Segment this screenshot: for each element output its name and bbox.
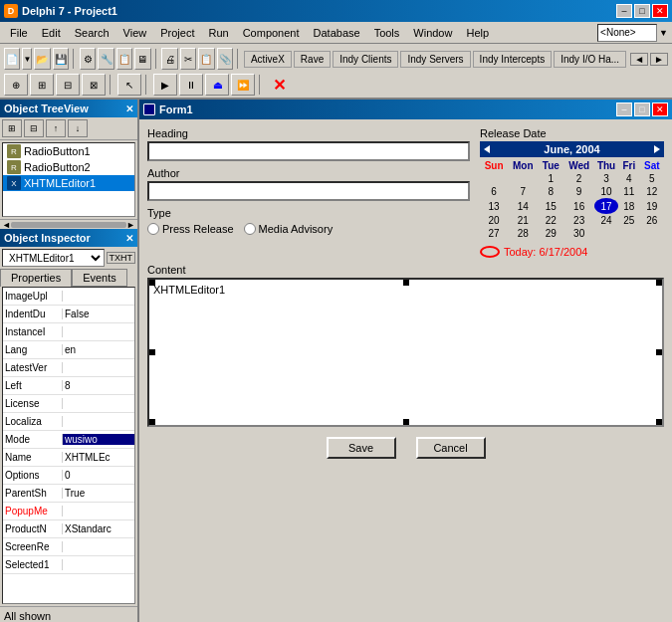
cal-day-1-0[interactable]: 6 <box>480 185 508 198</box>
component-selector[interactable]: <None> <box>597 24 657 42</box>
toolbar-copy[interactable]: ⊕ <box>4 74 28 96</box>
maximize-button[interactable]: □ <box>634 4 650 18</box>
toolbar-select[interactable]: ↖ <box>117 74 141 96</box>
menu-run[interactable]: Run <box>202 25 234 41</box>
prop-latestver[interactable]: LatestVer <box>3 359 134 377</box>
cal-day-1-2[interactable]: 8 <box>538 185 563 198</box>
cal-day-4-1[interactable]: 28 <box>508 227 538 240</box>
tab-rave[interactable]: Rave <box>294 51 331 68</box>
tab-indy-io[interactable]: Indy I/O Ha... <box>554 51 626 68</box>
menu-window[interactable]: Window <box>407 25 458 41</box>
prop-localiza[interactable]: Localiza <box>3 413 134 431</box>
toolbar-open[interactable]: 📂 <box>34 48 50 70</box>
toolbar-btn2[interactable]: 🔧 <box>98 48 113 70</box>
cal-day-2-3[interactable]: 16 <box>563 198 594 214</box>
menu-file[interactable]: File <box>4 25 34 41</box>
cal-next-btn[interactable] <box>654 145 660 153</box>
toolbar-dropdown[interactable]: ▼ <box>22 48 32 70</box>
menu-tools[interactable]: Tools <box>368 25 406 41</box>
cal-day-2-5[interactable]: 18 <box>618 198 639 214</box>
cal-day-0-5[interactable]: 4 <box>618 172 639 185</box>
cal-day-3-0[interactable]: 20 <box>480 214 508 227</box>
cal-day-2-6[interactable]: 19 <box>640 198 664 214</box>
toolbar-close-x[interactable]: ✕ <box>267 74 291 96</box>
form-minimize-btn[interactable]: – <box>616 103 632 116</box>
cancel-button[interactable]: Cancel <box>416 437 486 459</box>
save-button[interactable]: Save <box>327 437 396 459</box>
prop-options[interactable]: Options 0 <box>3 467 134 485</box>
menu-edit[interactable]: Edit <box>36 25 67 41</box>
prop-left[interactable]: Left 8 <box>3 377 134 395</box>
toolbar-undo[interactable]: ⊟ <box>56 74 80 96</box>
cal-day-2-0[interactable]: 13 <box>480 198 508 214</box>
prop-instancei[interactable]: InstanceI <box>3 323 134 341</box>
prop-license[interactable]: License <box>3 395 134 413</box>
close-button[interactable]: ✕ <box>652 4 668 18</box>
tree-item-radiobutton2[interactable]: R RadioButton2 <box>3 159 134 175</box>
cal-day-4-3[interactable]: 30 <box>563 227 594 240</box>
scroll-left-btn[interactable]: ◄ <box>2 220 11 230</box>
toolbar-btn5[interactable]: 🖨 <box>161 48 177 70</box>
prop-name[interactable]: Name XHTMLEc <box>3 449 134 467</box>
menu-project[interactable]: Project <box>154 25 200 41</box>
menu-search[interactable]: Search <box>69 25 115 41</box>
cal-day-1-5[interactable]: 11 <box>618 185 639 198</box>
toolbar-btn3[interactable]: 📋 <box>116 48 132 70</box>
toolbar-stop[interactable]: ⏏ <box>205 74 229 96</box>
author-input[interactable] <box>147 181 470 201</box>
content-editor[interactable]: XHTMLEditor1 <box>147 278 664 427</box>
cal-day-0-3[interactable]: 2 <box>563 172 594 185</box>
prop-productn[interactable]: ProductN XStandarc <box>3 520 134 538</box>
tv-btn-2[interactable]: ⊟ <box>24 119 44 137</box>
cal-day-0-6[interactable]: 5 <box>640 172 664 185</box>
cal-day-0-2[interactable]: 1 <box>538 172 563 185</box>
minimize-button[interactable]: – <box>616 4 632 18</box>
form-maximize-btn[interactable]: □ <box>634 103 650 116</box>
tab-activex[interactable]: ActiveX <box>244 51 292 68</box>
radio-press-release[interactable]: Press Release <box>147 223 234 235</box>
cal-day-3-1[interactable]: 21 <box>508 214 538 227</box>
prop-popupme[interactable]: PopupMe <box>3 503 134 520</box>
cal-day-4-0[interactable]: 27 <box>480 227 508 240</box>
cal-day-0-4[interactable]: 3 <box>594 172 618 185</box>
cal-day-1-3[interactable]: 9 <box>563 185 594 198</box>
form-close-btn[interactable]: ✕ <box>652 103 668 116</box>
tree-item-xhtmleditor1[interactable]: X XHTMLEditor1 <box>3 175 134 191</box>
cal-day-3-6[interactable]: 26 <box>640 214 664 227</box>
inspector-type-btn[interactable]: TXHT <box>107 252 136 264</box>
toolbar-new[interactable]: 📄 <box>4 48 20 70</box>
tab-indy-intercepts[interactable]: Indy Intercepts <box>473 51 553 68</box>
scroll-right-btn[interactable]: ► <box>126 220 135 230</box>
treeview-close-btn[interactable]: ✕ <box>125 104 133 114</box>
cal-day-2-4[interactable]: 17 <box>594 198 618 214</box>
toolbar-btn8[interactable]: 📎 <box>217 48 233 70</box>
toolbar-btn4[interactable]: 🖥 <box>134 48 150 70</box>
tree-item-radiobutton1[interactable]: R RadioButton1 <box>3 143 134 159</box>
toolbar-paste[interactable]: ⊞ <box>30 74 54 96</box>
toolbar-btn7[interactable]: 📋 <box>198 48 214 70</box>
inspector-object-select[interactable]: XHTMLEditor1 <box>2 249 105 267</box>
prop-mode[interactable]: Mode wusiwo <box>3 431 134 449</box>
tab-properties[interactable]: Properties <box>0 269 72 287</box>
prop-imageupl[interactable]: ImageUpl <box>3 288 134 306</box>
cal-day-2-1[interactable]: 14 <box>508 198 538 214</box>
prop-selected1[interactable]: Selected1 <box>3 556 134 574</box>
cal-day-4-2[interactable]: 29 <box>538 227 563 240</box>
menu-component[interactable]: Component <box>237 25 306 41</box>
cal-day-2-2[interactable]: 15 <box>538 198 563 214</box>
toolbar-save[interactable]: 💾 <box>53 48 69 70</box>
cal-day-3-2[interactable]: 22 <box>538 214 563 227</box>
cal-prev-btn[interactable] <box>484 145 490 153</box>
toolbar-run[interactable]: ▶ <box>153 74 177 96</box>
tab-events[interactable]: Events <box>72 269 127 287</box>
inspector-close-btn[interactable]: ✕ <box>125 233 133 244</box>
menu-view[interactable]: View <box>117 25 153 41</box>
prop-parentsh[interactable]: ParentSh True <box>3 485 134 503</box>
toolbar-btn1[interactable]: ⚙ <box>80 48 96 70</box>
radio-media-advisory[interactable]: Media Advisory <box>244 223 334 235</box>
heading-input[interactable] <box>147 141 470 161</box>
toolbar-step[interactable]: ⏩ <box>231 74 255 96</box>
prop-screenre[interactable]: ScreenRe <box>3 538 134 556</box>
cal-day-3-4[interactable]: 24 <box>594 214 618 227</box>
prop-indentdu[interactable]: IndentDu False <box>3 306 134 323</box>
